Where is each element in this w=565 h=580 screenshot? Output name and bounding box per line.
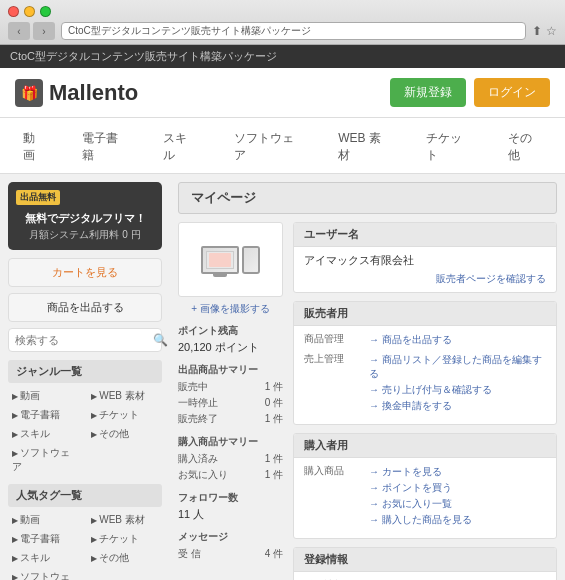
browser-chrome: ‹ › CtoC型デジタルコンテンツ販売サイト構築パッケージ ⬆ ☆	[0, 0, 565, 45]
nav-tab-ソフトウェア[interactable]: ソフトウェア	[217, 121, 319, 173]
sale-summary-row: 販売中1 件	[178, 379, 283, 395]
points-value: 20,120 ポイント	[178, 340, 283, 355]
mypage-left: + 画像を撮影する ポイント残高 20,120 ポイント 出品商品サマリー 販売…	[178, 222, 283, 580]
col-links: 商品リスト／登録した商品を編集する売り上げ付与＆確認する換金申請をする	[369, 352, 546, 414]
col-label: 購入商品	[304, 464, 359, 528]
section-link[interactable]: 売り上げ付与＆確認する	[369, 382, 546, 398]
nav-tab-WEB 素材[interactable]: WEB 素材	[321, 121, 407, 173]
sale-summary-row: 販売終了1 件	[178, 411, 283, 427]
section-row: 売上管理商品リスト／登録した商品を編集する売り上げ付与＆確認する換金申請をする	[304, 352, 546, 414]
page-title: マイページ	[178, 182, 557, 214]
promo-sub: 月額システム利用料 0 円	[16, 228, 154, 242]
col-links: カートを見るポイントを買うお気に入り一覧購入した商品を見る	[369, 464, 546, 528]
genre-link[interactable]: WEB 素材	[87, 387, 162, 405]
verify-link[interactable]: 販売者ページを確認する	[304, 272, 546, 286]
sidebar-promo: 出品無料 無料でデジタルフリマ！ 月額システム利用料 0 円	[8, 182, 162, 250]
back-button[interactable]: ‹	[8, 22, 30, 40]
phone-icon	[242, 246, 260, 274]
profile-image-box	[178, 222, 283, 297]
main-layout: 出品無料 無料でデジタルフリマ！ 月額システム利用料 0 円 カートを見る 商品…	[0, 174, 565, 580]
nav-tab-その他[interactable]: その他	[491, 121, 559, 173]
purchase-section: 購入者用 購入商品カートを見るポイントを買うお気に入り一覧購入した商品を見る	[293, 433, 557, 539]
genre-link[interactable]: その他	[87, 425, 162, 443]
mypage-right: ユーザー名 アイマックス有限会社 販売者ページを確認する 販売者用 商品管理商品…	[293, 222, 557, 580]
purchase-summary-section: 購入商品サマリー 購入済み1 件お気に入り1 件	[178, 435, 283, 483]
forward-button[interactable]: ›	[33, 22, 55, 40]
header-buttons: 新規登録 ログイン	[390, 78, 550, 107]
genre-grid: 動画WEB 素材電子書籍チケットスキルその他ソフトウェア	[8, 387, 162, 476]
genre-link[interactable]: 動画	[8, 387, 83, 405]
popular-link[interactable]: WEB 素材	[87, 511, 162, 529]
upload-photo-link[interactable]: + 画像を撮影する	[178, 302, 283, 316]
browser-nav-row: ‹ › CtoC型デジタルコンテンツ販売サイト構築パッケージ ⬆ ☆	[8, 22, 557, 40]
section-link[interactable]: 商品リスト／登録した商品を編集する	[369, 352, 546, 382]
cart-button[interactable]: カートを見る	[8, 258, 162, 287]
popular-link[interactable]: スキル	[8, 549, 83, 567]
close-btn[interactable]	[8, 6, 19, 17]
popular-link[interactable]: 電子書籍	[8, 530, 83, 548]
device-mockup	[197, 242, 264, 278]
genre-link[interactable]: スキル	[8, 425, 83, 443]
message-label: メッセージ	[178, 530, 283, 544]
logo: 🎁 Mallento	[15, 79, 138, 107]
address-bar[interactable]: CtoC型デジタルコンテンツ販売サイト構築パッケージ	[61, 22, 526, 40]
popular-link[interactable]: ソフトウェア	[8, 568, 83, 580]
genre-link[interactable]: 電子書籍	[8, 406, 83, 424]
genre-title: ジャンル一覧	[8, 360, 162, 383]
section-row: 商品管理商品を出品する	[304, 332, 546, 348]
genre-link[interactable]: ソフトウェア	[8, 444, 83, 476]
section-link[interactable]: カートを見る	[369, 464, 546, 480]
maximize-btn[interactable]	[40, 6, 51, 17]
minimize-btn[interactable]	[24, 6, 35, 17]
action-buttons: ⬆ ☆	[532, 24, 557, 38]
section-link[interactable]: お気に入り一覧	[369, 496, 546, 512]
purchase-summary-row: 購入済み1 件	[178, 451, 283, 467]
nav-tab-スキル[interactable]: スキル	[146, 121, 214, 173]
purchase-summary-table: 購入済み1 件お気に入り1 件	[178, 451, 283, 483]
site-header: 🎁 Mallento 新規登録 ログイン	[0, 68, 565, 118]
logo-icon: 🎁	[15, 79, 43, 107]
mypage-layout: + 画像を撮影する ポイント残高 20,120 ポイント 出品商品サマリー 販売…	[178, 222, 557, 580]
user-name: アイマックス有限会社	[304, 253, 546, 268]
popular-link[interactable]: その他	[87, 549, 162, 567]
sell-button[interactable]: 商品を出品する	[8, 293, 162, 322]
section-link[interactable]: 商品を出品する	[369, 332, 546, 348]
search-input[interactable]	[15, 334, 153, 346]
genre-link[interactable]: チケット	[87, 406, 162, 424]
message-summary-row: 受 信4 件	[178, 546, 283, 562]
user-section: ユーザー名 アイマックス有限会社 販売者ページを確認する	[293, 222, 557, 293]
share-button[interactable]: ⬆	[532, 24, 542, 38]
bookmark-button[interactable]: ☆	[546, 24, 557, 38]
login-button[interactable]: ログイン	[474, 78, 550, 107]
follower-section: フォロワー数 11 人	[178, 491, 283, 522]
follower-value: 11 人	[178, 507, 283, 522]
nav-tab-チケット[interactable]: チケット	[409, 121, 489, 173]
promo-free-badge: 出品無料	[16, 190, 60, 205]
sale-summary-section: 出品商品サマリー 販売中1 件一時停止0 件販売終了1 件	[178, 363, 283, 427]
search-box[interactable]: 🔍	[8, 328, 162, 352]
col-label: 商品管理	[304, 332, 359, 348]
col-label: 売上管理	[304, 352, 359, 414]
sidebar: 出品無料 無料でデジタルフリマ！ 月額システム利用料 0 円 カートを見る 商品…	[0, 174, 170, 580]
content-area: マイページ	[170, 174, 565, 580]
popular-link[interactable]: チケット	[87, 530, 162, 548]
section-link[interactable]: 購入した商品を見る	[369, 512, 546, 528]
popular-link[interactable]: 動画	[8, 511, 83, 529]
register-button[interactable]: 新規登録	[390, 78, 466, 107]
nav-tab-電子書籍[interactable]: 電子書籍	[65, 121, 145, 173]
section-link[interactable]: ポイントを買う	[369, 480, 546, 496]
sale-summary-row: 一時停止0 件	[178, 395, 283, 411]
purchase-summary-label: 購入商品サマリー	[178, 435, 283, 449]
message-table: 受 信4 件	[178, 546, 283, 562]
desktop-icon	[201, 246, 239, 274]
sale-summary-label: 出品商品サマリー	[178, 363, 283, 377]
follower-label: フォロワー数	[178, 491, 283, 505]
nav-tabs: 動画電子書籍スキルソフトウェアWEB 素材チケットその他	[0, 118, 565, 174]
sales-section-body: 商品管理商品を出品する売上管理商品リスト／登録した商品を編集する売り上げ付与＆確…	[294, 326, 556, 424]
col-links: 商品を出品する	[369, 332, 546, 348]
user-section-header: ユーザー名	[294, 223, 556, 247]
search-icon: 🔍	[153, 333, 168, 347]
nav-tab-動画[interactable]: 動画	[6, 121, 63, 173]
section-link[interactable]: 換金申請をする	[369, 398, 546, 414]
section-row: 購入商品カートを見るポイントを買うお気に入り一覧購入した商品を見る	[304, 464, 546, 528]
